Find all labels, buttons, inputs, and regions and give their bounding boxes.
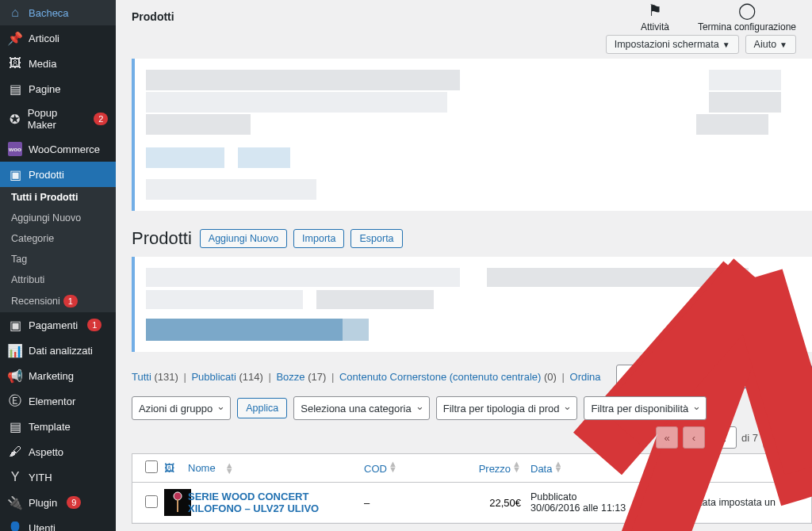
page-of-label: di 7 — [741, 432, 758, 444]
page-prev-button[interactable]: ‹ — [683, 426, 705, 449]
product-language: Non è stata impostata un — [661, 497, 803, 508]
sidebar-item-woocommerce[interactable]: wooWooCommerce — [0, 136, 116, 162]
filter-tutti[interactable]: Tutti — [132, 371, 151, 383]
availability-filter-select[interactable]: Filtra per disponibilità — [584, 396, 707, 420]
submenu-aggiungi-nuovo[interactable]: Aggiungi Nuovo — [0, 208, 116, 228]
filter-button[interactable]: Filtra — [772, 398, 812, 419]
sidebar-item-pagamenti[interactable]: ▣Pagamenti1 — [0, 312, 116, 338]
submenu-tag[interactable]: Tag — [0, 249, 116, 269]
sort-icon: ▲▼ — [553, 461, 562, 472]
users-icon: 👤 — [8, 521, 22, 531]
submenu-attributi[interactable]: Attributi — [0, 269, 116, 290]
sidebar-item-media[interactable]: 🖼Media — [0, 51, 116, 76]
column-nome-header[interactable]: Nome▲▼ — [183, 462, 359, 474]
sidebar-submenu: Tutti i Prodotti Aggiungi Nuovo Categori… — [0, 187, 116, 312]
filter-cornerstone[interactable]: Contenuto Cornerstone (contenuto central… — [339, 371, 541, 383]
circle-icon: ◯ — [698, 1, 796, 20]
column-data-header[interactable]: Data▲▼ — [526, 461, 661, 475]
filter-ordina[interactable]: Ordina — [570, 371, 601, 383]
admin-sidebar: ⌂Bacheca 📌Articoli 🖼Media ▤Pagine ✪Popup… — [0, 0, 116, 531]
page-title: Prodotti — [132, 228, 192, 249]
sidebar-item-dati-analizzati[interactable]: 📊Dati analizzati — [0, 338, 116, 363]
page-icon: ▤ — [8, 82, 22, 96]
filter-bozze[interactable]: Bozze — [276, 371, 304, 383]
sidebar-label: WooCommerce — [29, 143, 100, 155]
product-price: 22,50€ — [454, 497, 526, 509]
sidebar-item-utenti[interactable]: 👤Utenti — [0, 515, 116, 531]
pagination: 131 elementi « ‹ di 7 › » — [132, 426, 812, 449]
page-crumb: Prodotti — [132, 10, 174, 23]
sidebar-label: Pagine — [29, 83, 60, 95]
add-new-button[interactable]: Aggiungi Nuovo — [200, 229, 287, 248]
sidebar-item-prodotti[interactable]: ▣Prodotti — [0, 162, 116, 187]
sidebar-item-yith[interactable]: YYITH — [0, 464, 116, 490]
sidebar-label: Utenti — [29, 522, 56, 532]
media-icon: 🖼 — [8, 56, 22, 71]
bulk-actions-select[interactable]: Azioni di gruppo — [132, 396, 231, 420]
marketing-icon: 📢 — [8, 369, 22, 383]
import-button[interactable]: Importa — [293, 229, 344, 248]
apply-button[interactable]: Applica — [237, 398, 287, 418]
column-lingue-header: Lingue — [661, 462, 803, 474]
sidebar-label: Recensioni — [11, 296, 60, 307]
sidebar-label: Template — [29, 421, 71, 433]
table-row: SERIE WOOD CONCERT XILOFONO – ULV27 ULIV… — [132, 483, 811, 523]
svg-rect-1 — [177, 499, 178, 512]
submenu-recensioni[interactable]: Recensioni1 — [0, 290, 116, 312]
sidebar-label: Elementor — [29, 395, 75, 407]
type-filter-select[interactable]: Filtra per tipologia di prod — [436, 396, 578, 420]
chevron-down-icon: ▼ — [779, 40, 787, 49]
submenu-tutti-prodotti[interactable]: Tutti i Prodotti — [0, 187, 116, 208]
image-icon: 🖼 — [164, 462, 174, 474]
view-filter-links: Tutti (131) | Pubblicati (114) | Bozze (… — [132, 371, 601, 383]
row-checkbox[interactable] — [145, 495, 158, 508]
appearance-icon: 🖌 — [8, 445, 22, 459]
sidebar-item-plugin[interactable]: 🔌Plugin9 — [0, 490, 116, 515]
label: Impostazioni schermata — [615, 39, 719, 50]
flag-icon: ⚑ — [641, 1, 669, 20]
sidebar-item-popup-maker[interactable]: ✪Popup Maker2 — [0, 101, 116, 136]
plugin-icon: 🔌 — [8, 495, 22, 510]
top-bar: Prodotti ⚑ Attività ◯ Termina configuraz… — [116, 0, 812, 33]
help-button[interactable]: Aiuto▼ — [745, 35, 796, 54]
page-first-button[interactable]: « — [656, 426, 678, 449]
page-next-button[interactable]: › — [763, 426, 785, 449]
sidebar-item-pagine[interactable]: ▤Pagine — [0, 76, 116, 101]
page-last-button[interactable]: » — [790, 426, 812, 449]
pin-icon: 📌 — [8, 31, 22, 45]
payments-icon: ▣ — [8, 318, 22, 332]
screen-options-button[interactable]: Impostazioni schermata▼ — [606, 35, 739, 54]
product-date: Pubblicato30/06/2016 alle 11:13 — [526, 491, 661, 514]
sidebar-label: Bacheca — [29, 7, 69, 19]
product-title-link[interactable]: SERIE WOOD CONCERT XILOFONO – ULV27 ULIV… — [188, 491, 354, 514]
sidebar-item-template[interactable]: ▤Template — [0, 414, 116, 439]
product-sku: – — [359, 497, 454, 509]
sidebar-label: Popup Maker — [28, 107, 85, 131]
label: Aiuto — [754, 39, 777, 50]
sidebar-label: Media — [29, 58, 56, 70]
sidebar-item-marketing[interactable]: 📢Marketing — [0, 363, 116, 388]
search-button[interactable]: Cerca prodotti — [732, 365, 812, 388]
export-button[interactable]: Esporta — [350, 229, 402, 248]
sidebar-label: Plugin — [29, 497, 57, 509]
finish-setup-label: Termina configurazione — [698, 21, 796, 32]
sidebar-item-bacheca[interactable]: ⌂Bacheca — [0, 0, 116, 25]
notice-panel — [132, 59, 812, 211]
activity-button[interactable]: ⚑ Attività — [641, 1, 669, 32]
sidebar-label: Aspetto — [29, 446, 63, 458]
sidebar-item-aspetto[interactable]: 🖌Aspetto — [0, 439, 116, 464]
filter-pubblicati[interactable]: Pubblicati — [191, 371, 236, 383]
sidebar-item-articoli[interactable]: 📌Articoli — [0, 25, 116, 51]
select-all-checkbox[interactable] — [145, 460, 158, 473]
column-cod-header[interactable]: COD▲▼ — [359, 461, 454, 475]
column-prezzo-header[interactable]: Prezzo▲▼ — [454, 461, 526, 475]
submenu-categorie[interactable]: Categorie — [0, 228, 116, 249]
category-select[interactable]: Seleziona una categoria — [293, 396, 430, 420]
column-image-header[interactable]: 🖼 — [159, 462, 183, 474]
template-icon: ▤ — [8, 419, 22, 434]
activity-label: Attività — [641, 21, 669, 32]
search-input[interactable] — [616, 365, 727, 388]
finish-setup-button[interactable]: ◯ Termina configurazione — [698, 1, 796, 32]
sidebar-item-elementor[interactable]: ⒺElementor — [0, 388, 116, 414]
page-input[interactable] — [710, 426, 737, 449]
